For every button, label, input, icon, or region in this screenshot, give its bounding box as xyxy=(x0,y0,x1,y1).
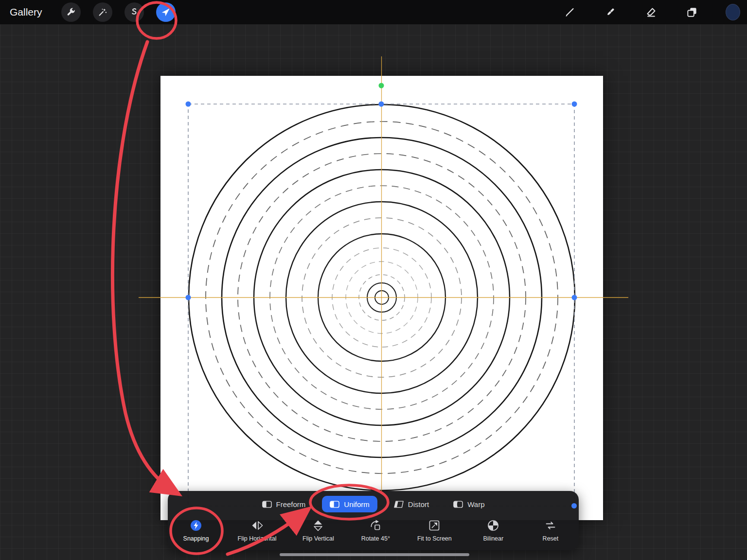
home-indicator[interactable] xyxy=(280,553,469,556)
procreate-screen: Gallery xyxy=(0,0,747,560)
paint-button[interactable] xyxy=(562,5,577,19)
bilinear-icon xyxy=(487,519,499,532)
option-flip-vertical[interactable]: Flip Vertical xyxy=(302,519,334,542)
smudge-icon xyxy=(605,6,616,18)
transform-button[interactable] xyxy=(156,2,176,22)
reset-icon xyxy=(544,519,557,532)
option-reset[interactable]: Reset xyxy=(535,519,566,542)
selection-handle-bottom-right[interactable] xyxy=(571,503,577,508)
mode-freeform-button[interactable]: Freeform xyxy=(254,496,314,512)
artwork-circle xyxy=(332,248,431,347)
transform-arrow-icon xyxy=(160,7,171,18)
artwork-circle xyxy=(302,218,462,377)
warp-mode-icon xyxy=(453,501,463,508)
transform-options-row: Snapping Flip Horizontal Flip Vertical xyxy=(168,519,579,542)
transform-toolbar: Freeform Uniform Distort xyxy=(168,491,579,550)
gallery-button[interactable]: Gallery xyxy=(10,6,42,18)
rotate-45-icon xyxy=(369,519,382,532)
magic-wand-icon xyxy=(97,7,108,18)
artwork-circle xyxy=(270,186,494,409)
top-toolbar-left: Gallery xyxy=(0,2,176,22)
option-flip-horizontal[interactable]: Flip Horizontal xyxy=(238,519,277,542)
artwork-circle xyxy=(189,105,575,490)
mode-label: Distort xyxy=(408,500,429,508)
option-label: Flip Vertical xyxy=(302,535,334,542)
option-label: Bilinear xyxy=(483,535,504,542)
freeform-mode-icon xyxy=(262,501,272,508)
adjustments-button[interactable] xyxy=(93,2,112,22)
artwork-circle xyxy=(367,283,396,312)
option-label: Snapping xyxy=(183,535,209,542)
artwork-circle xyxy=(238,154,526,441)
wrench-icon xyxy=(66,7,76,18)
option-fit-to-screen[interactable]: Fit to Screen xyxy=(417,519,452,542)
uniform-mode-icon xyxy=(330,501,339,508)
top-toolbar-right xyxy=(562,5,747,19)
artwork-circle xyxy=(375,291,389,304)
mode-uniform-button[interactable]: Uniform xyxy=(322,496,377,512)
artwork-circle xyxy=(359,275,405,320)
option-label: Fit to Screen xyxy=(417,535,452,542)
flip-horizontal-icon xyxy=(251,519,264,532)
artwork-circle xyxy=(254,170,510,425)
mode-label: Uniform xyxy=(344,500,370,508)
option-label: Flip Horizontal xyxy=(238,535,277,542)
top-toolbar: Gallery xyxy=(0,0,747,24)
artwork-circle xyxy=(346,262,418,333)
selection-icon xyxy=(129,7,140,18)
mode-label: Freeform xyxy=(276,500,306,508)
option-rotate-45[interactable]: Rotate 45° xyxy=(360,519,391,542)
option-bilinear[interactable]: Bilinear xyxy=(478,519,509,542)
option-label: Reset xyxy=(543,535,559,542)
color-button[interactable] xyxy=(726,5,740,19)
option-snapping[interactable]: Snapping xyxy=(180,519,212,542)
concentric-circles-artwork xyxy=(160,76,603,520)
mode-label: Warp xyxy=(467,500,484,508)
paint-brush-icon xyxy=(564,6,575,18)
option-label: Rotate 45° xyxy=(361,535,390,542)
distort-mode-icon xyxy=(394,501,404,508)
transform-mode-row: Freeform Uniform Distort xyxy=(168,495,579,513)
erase-button[interactable] xyxy=(644,5,658,19)
color-swatch xyxy=(726,4,740,20)
layers-icon xyxy=(686,6,698,18)
artwork-circle xyxy=(286,202,478,393)
mode-distort-button[interactable]: Distort xyxy=(386,496,437,512)
flip-vertical-icon xyxy=(312,519,324,532)
selection-button[interactable] xyxy=(124,2,144,22)
canvas[interactable] xyxy=(160,76,603,520)
snapping-icon xyxy=(190,519,202,532)
fit-to-screen-icon xyxy=(428,519,441,532)
layers-button[interactable] xyxy=(685,5,699,19)
actions-button[interactable] xyxy=(61,2,81,22)
eraser-icon xyxy=(645,6,657,18)
mode-warp-button[interactable]: Warp xyxy=(445,496,492,512)
artwork-circle xyxy=(206,122,558,473)
artwork-circle xyxy=(318,234,445,361)
smudge-button[interactable] xyxy=(603,5,618,19)
